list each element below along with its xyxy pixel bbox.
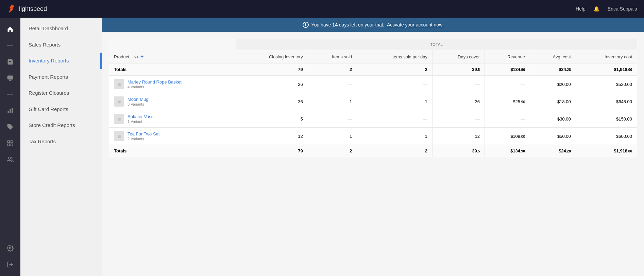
sidebar-item-retail-dashboard[interactable]: Retail Dashboard	[20, 20, 102, 37]
logo[interactable]: lightspeed	[7, 4, 47, 14]
sidebar-icon-grid[interactable]	[3, 136, 18, 151]
sidebar-icon-divider1	[3, 38, 18, 53]
row2-closing-inventory: 36	[236, 93, 308, 110]
table-row: ▦ Moon Mug 3 Variants 36 1 1 36 $25.90	[109, 93, 637, 110]
row4-closing-inventory: 12	[236, 128, 308, 145]
text-sidebar: Retail Dashboard Sales Reports Inventory…	[20, 18, 102, 276]
svg-rect-11	[11, 141, 13, 143]
totals-days-cover-top: 39.5	[432, 63, 485, 76]
totals-items-sold-per-day-bottom: 2	[357, 145, 433, 157]
total-header-row: TOTAL	[109, 39, 637, 50]
row3-avg-cost: $30.00	[530, 110, 576, 128]
row4-items-sold-per-day: 1	[357, 128, 433, 145]
row2-items-sold: 1	[308, 93, 357, 110]
product-col-header-blank	[109, 39, 236, 50]
totals-row-top: Totals 79 2 2 39.5 $134.90 $24.28 $1,918…	[109, 63, 637, 76]
sidebar-item-payment-reports[interactable]: Payment Reports	[20, 69, 102, 85]
svg-rect-7	[10, 109, 11, 113]
row2-revenue: $25.90	[485, 93, 530, 110]
sidebar-item-store-credit-reports[interactable]: Store Credit Reports	[20, 117, 102, 133]
product-name-4[interactable]: Tea For Two Set	[128, 131, 159, 137]
totals-label-bottom: Totals	[109, 145, 236, 157]
totals-avg-cost-top: $24.28	[530, 63, 576, 76]
totals-closing-inventory-bottom: 79	[236, 145, 308, 157]
totals-avg-cost-bottom: $24.28	[530, 145, 576, 157]
sidebar-icon-register[interactable]	[3, 71, 18, 86]
revenue-header: Revenue	[485, 50, 530, 63]
row1-revenue: —	[485, 76, 530, 93]
add-column-icon[interactable]: +	[140, 54, 143, 60]
sidebar-icon-barchart[interactable]	[3, 103, 18, 118]
total-header: TOTAL	[236, 39, 637, 50]
notifications-icon[interactable]: 🔔	[594, 6, 599, 12]
product-cell-4: ▦ Tea For Two Set 2 Variants	[109, 128, 236, 145]
totals-label-top: Totals	[109, 63, 236, 76]
svg-rect-13	[11, 144, 13, 146]
totals-revenue-top: $134.90	[485, 63, 530, 76]
column-header-row: Product ↓AZ + Closing inventory Items so…	[109, 50, 637, 63]
sidebar-item-tax-reports[interactable]: Tax Reports	[20, 133, 102, 150]
inventory-cost-header: Inventory cost	[576, 50, 637, 63]
svg-marker-0	[9, 4, 15, 13]
totals-items-sold-top: 2	[308, 63, 357, 76]
sidebar-icon-home[interactable]	[3, 22, 18, 37]
report-table: TOTAL Product ↓AZ + Closing inventory	[109, 39, 637, 157]
totals-inventory-cost-top: $1,918.00	[576, 63, 637, 76]
topbar-right: Help 🔔 Erica Seppala	[576, 6, 637, 12]
svg-rect-1	[7, 45, 13, 46]
sidebar-icon-cart[interactable]	[3, 54, 18, 69]
user-name[interactable]: Erica Seppala	[608, 6, 637, 12]
help-link[interactable]: Help	[576, 6, 586, 12]
info-icon: i	[303, 22, 309, 28]
sidebar-icon-logout[interactable]	[3, 257, 18, 272]
row3-items-sold-per-day: —	[357, 110, 433, 128]
row1-days-cover: —	[432, 76, 485, 93]
logo-text: lightspeed	[19, 5, 47, 13]
row4-revenue: $109.00	[485, 128, 530, 145]
row2-days-cover: 36	[432, 93, 485, 110]
sidebar-item-inventory-reports[interactable]: Inventory Reports	[20, 53, 102, 69]
totals-items-sold-per-day-top: 2	[357, 63, 433, 76]
product-name-2[interactable]: Moon Mug	[128, 97, 148, 103]
row3-items-sold: —	[308, 110, 357, 128]
svg-rect-10	[8, 141, 10, 143]
logo-icon	[7, 4, 16, 14]
sidebar-item-gift-card-reports[interactable]: Gift Card Reports	[20, 101, 102, 117]
svg-point-15	[10, 247, 11, 249]
content-area: i You have 14 days left on your trial. A…	[102, 18, 644, 276]
row2-items-sold-per-day: 1	[357, 93, 433, 110]
product-thumb-3: ▦	[114, 114, 124, 124]
totals-revenue-bottom: $134.90	[485, 145, 530, 157]
product-name-1[interactable]: Marley Round Rope Basket	[128, 79, 182, 85]
svg-rect-5	[7, 94, 13, 95]
days-cover-header: Days cover	[432, 50, 485, 63]
product-col-header[interactable]: Product ↓AZ +	[109, 50, 236, 63]
product-cell-1: ▦ Marley Round Rope Basket 4 Variants	[109, 76, 236, 93]
sidebar-icon-users[interactable]	[3, 152, 18, 167]
items-sold-header: Items sold	[308, 50, 357, 63]
product-name-3[interactable]: Splatter Vase	[128, 114, 154, 120]
totals-row-bottom: Totals 79 2 2 39.5 $134.90 $24.28 $1,918…	[109, 145, 637, 157]
activate-link[interactable]: Activate your account now.	[387, 22, 444, 27]
sidebar-icon-tag[interactable]	[3, 119, 18, 134]
product-cell-2: ▦ Moon Mug 3 Variants	[109, 93, 236, 110]
svg-point-14	[8, 157, 11, 160]
row4-items-sold: 1	[308, 128, 357, 145]
totals-closing-inventory-top: 79	[236, 63, 308, 76]
totals-days-cover-bottom: 39.5	[432, 145, 485, 157]
product-cell-3: ▦ Splatter Vase 1 Variant	[109, 110, 236, 128]
sidebar-item-register-closures[interactable]: Register Closures	[20, 85, 102, 101]
row3-closing-inventory: 5	[236, 110, 308, 128]
svg-rect-2	[7, 76, 13, 80]
topbar: lightspeed Help 🔔 Erica Seppala	[0, 0, 644, 18]
sort-icon[interactable]: ↓AZ	[131, 55, 138, 59]
row3-days-cover: —	[432, 110, 485, 128]
product-variants-2: 3 Variants	[128, 102, 148, 106]
row1-closing-inventory: 26	[236, 76, 308, 93]
product-thumb-1: ▦	[114, 79, 124, 89]
sidebar-icon-settings[interactable]	[3, 241, 18, 256]
sidebar-item-sales-reports[interactable]: Sales Reports	[20, 37, 102, 53]
row3-inventory-cost: $150.00	[576, 110, 637, 128]
closing-inventory-header: Closing inventory	[236, 50, 308, 63]
product-thumb-4: ▦	[114, 131, 124, 141]
